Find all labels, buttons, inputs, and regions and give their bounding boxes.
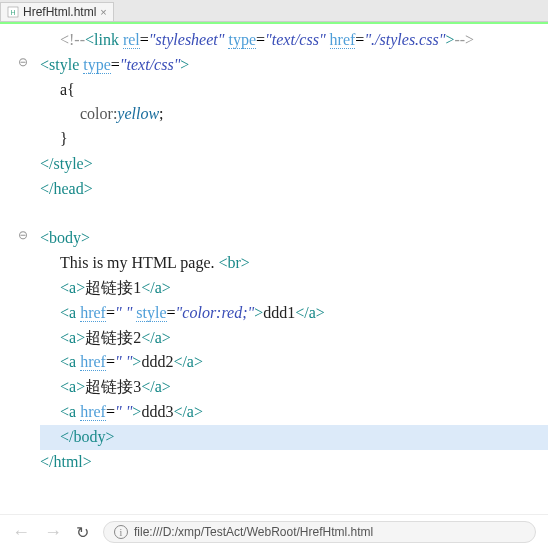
code-line[interactable]: <a href=" ">ddd2</a> [40, 350, 548, 375]
close-icon[interactable]: × [100, 6, 106, 18]
code-line[interactable]: <a>超链接1</a> [40, 276, 548, 301]
info-icon[interactable]: i [114, 525, 128, 539]
code-line[interactable]: This is my HTML page. <br> [40, 251, 548, 276]
code-line[interactable] [40, 202, 548, 227]
code-line[interactable]: } [40, 127, 548, 152]
code-line[interactable]: <a>超链接2</a> [40, 326, 548, 351]
code-line[interactable]: <!--<link rel="stylesheet" type="text/cs… [40, 28, 548, 53]
fold-icon[interactable]: ⊖ [18, 226, 28, 245]
forward-button[interactable]: → [44, 522, 62, 543]
code-line[interactable]: <a href=" " style="color:red;">ddd1</a> [40, 301, 548, 326]
url-bar[interactable]: i file:///D:/xmp/TestAct/WebRoot/HrefHtm… [103, 521, 536, 543]
code-line[interactable]: ⊖<style type="text/css"> [40, 53, 548, 78]
svg-text:H: H [10, 9, 15, 16]
code-line[interactable]: <a>超链接3</a> [40, 375, 548, 400]
code-line[interactable]: </style> [40, 152, 548, 177]
editor-tab[interactable]: H HrefHtml.html × [0, 2, 114, 21]
browser-toolbar: ← → ↻ i file:///D:/xmp/TestAct/WebRoot/H… [0, 514, 548, 547]
back-button[interactable]: ← [12, 522, 30, 543]
code-line[interactable]: a{ [40, 78, 548, 103]
code-line[interactable]: ⊖<body> [40, 226, 548, 251]
fold-icon[interactable]: ⊖ [18, 53, 28, 72]
html-file-icon: H [7, 6, 19, 18]
tab-filename: HrefHtml.html [23, 5, 96, 19]
url-text: file:///D:/xmp/TestAct/WebRoot/HrefHtml.… [134, 525, 373, 539]
editor-tab-bar: H HrefHtml.html × [0, 0, 548, 22]
code-line[interactable]: <a href=" ">ddd3</a> [40, 400, 548, 425]
code-line[interactable]: color:yellow; [40, 102, 548, 127]
code-line[interactable]: </head> [40, 177, 548, 202]
code-editor[interactable]: <!--<link rel="stylesheet" type="text/cs… [0, 22, 548, 484]
code-line[interactable]: </html> [40, 450, 548, 475]
reload-button[interactable]: ↻ [76, 523, 89, 542]
code-line[interactable]: </body> [40, 425, 548, 450]
